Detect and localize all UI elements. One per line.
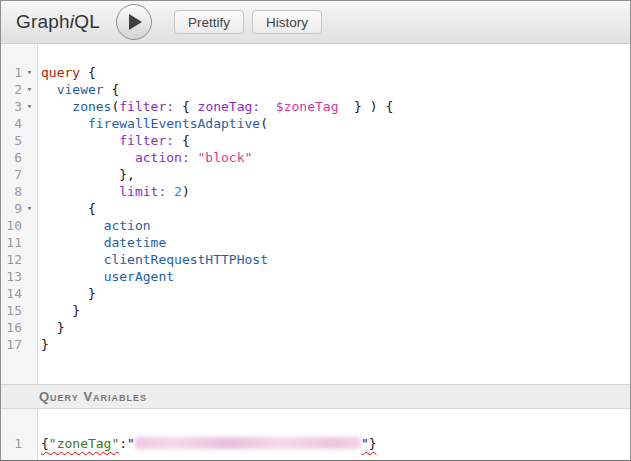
fold-spacer	[22, 149, 37, 166]
query-variables-header[interactable]: Query Variables	[1, 384, 630, 409]
fold-spacer	[22, 183, 37, 200]
code-text: datetime	[37, 234, 166, 251]
token-attr: action:	[135, 150, 190, 165]
token-prop: viewer	[57, 82, 104, 97]
fold-spacer	[22, 319, 37, 336]
token-pun: {	[174, 133, 190, 148]
code-line[interactable]: 10 action	[1, 217, 630, 234]
token-pun: {	[41, 436, 49, 451]
token-pun	[190, 150, 198, 165]
code-text: {	[37, 200, 96, 217]
code-line[interactable]: 1▾query {	[1, 64, 630, 81]
code-text: userAgent	[37, 268, 174, 285]
token-prop: action	[104, 218, 151, 233]
code-line[interactable]: 14 }	[1, 285, 630, 302]
fold-spacer	[22, 302, 37, 319]
token-num: 2	[174, 184, 182, 199]
query-variables-title: Query Variables	[39, 389, 147, 404]
code-line[interactable]: 15 }	[1, 302, 630, 319]
line-number: 10	[1, 217, 22, 234]
code-line[interactable]: 4 firewallEventsAdaptive(	[1, 115, 630, 132]
line-number: 16	[1, 319, 22, 336]
line-number: 12	[1, 251, 22, 268]
toolbar: GraphiQL Prettify History	[1, 1, 630, 44]
token-pun	[260, 99, 276, 114]
line-number: 13	[1, 268, 22, 285]
line-number: 9	[1, 200, 22, 217]
token-prop: clientRequestHTTPHost	[104, 252, 268, 267]
line-number: 7	[1, 166, 22, 183]
prettify-button[interactable]: Prettify	[174, 10, 244, 34]
code-lines: 1▾query {2▾ viewer {3▾ zones(filter: { z…	[1, 44, 630, 353]
token-pun	[41, 99, 72, 114]
line-number: 15	[1, 302, 22, 319]
code-line[interactable]: 2▾ viewer {	[1, 81, 630, 98]
graphiql-logo: GraphiQL	[16, 11, 100, 33]
token-pun: {	[104, 82, 120, 97]
token-pun: }	[41, 286, 96, 301]
execute-query-button[interactable]	[116, 4, 152, 40]
token-prop: userAgent	[104, 269, 174, 284]
fold-spacer	[22, 166, 37, 183]
code-text: },	[37, 166, 135, 183]
token-prop: datetime	[104, 235, 167, 250]
token-pun	[166, 184, 174, 199]
token-prop: firewallEventsAdaptive	[88, 116, 260, 131]
token-pun	[41, 218, 104, 233]
token-pun: },	[41, 167, 135, 182]
code-line[interactable]: 3▾ zones(filter: { zoneTag: $zoneTag } )…	[1, 98, 630, 115]
token-pun	[41, 133, 119, 148]
token-pun: }	[41, 320, 64, 335]
token-pun	[41, 252, 104, 267]
code-text: zones(filter: { zoneTag: $zoneTag } ) {	[37, 98, 393, 115]
fold-arrow-icon[interactable]: ▾	[22, 81, 37, 98]
history-button[interactable]: History	[252, 10, 322, 34]
fold-arrow-icon[interactable]: ▾	[22, 200, 37, 217]
fold-spacer	[22, 285, 37, 302]
code-text: clientRequestHTTPHost	[37, 251, 268, 268]
logo-text-graph: Graph	[16, 11, 70, 32]
code-line[interactable]: 13 userAgent	[1, 268, 630, 285]
token-attr: zoneTag:	[198, 99, 261, 114]
code-line[interactable]: 16 }	[1, 319, 630, 336]
code-text: action	[37, 217, 151, 234]
fold-arrow-icon[interactable]: ▾	[22, 98, 37, 115]
line-number: 3	[1, 98, 22, 115]
token-kw: query	[41, 65, 80, 80]
token-pun	[41, 116, 88, 131]
line-number: 1	[1, 64, 22, 81]
code-line[interactable]: 12 clientRequestHTTPHost	[1, 251, 630, 268]
token-pun: } ) {	[338, 99, 393, 114]
fold-spacer	[22, 268, 37, 285]
logo-text-ql: QL	[74, 11, 100, 32]
code-text: }	[37, 302, 80, 319]
line-number: 11	[1, 234, 22, 251]
code-line[interactable]: 8 limit: 2)	[1, 183, 630, 200]
token-attr: filter:	[119, 99, 174, 114]
token-pun	[41, 184, 119, 199]
code-line[interactable]: 17}	[1, 336, 630, 353]
graphiql-window: GraphiQL Prettify History 1▾query {2▾ vi…	[0, 0, 631, 461]
code-line[interactable]: 6 action: "block"	[1, 149, 630, 166]
fold-spacer	[22, 132, 37, 149]
line-number: 8	[1, 183, 22, 200]
code-line[interactable]: 11 datetime	[1, 234, 630, 251]
code-text: firewallEventsAdaptive(	[37, 115, 268, 132]
variables-line[interactable]: 1{"zoneTag":""}	[1, 435, 630, 452]
fold-spacer	[22, 234, 37, 251]
query-variables-editor[interactable]: 1{"zoneTag":""}	[1, 409, 630, 460]
line-number: 6	[1, 149, 22, 166]
token-attr: limit:	[119, 184, 166, 199]
fold-spacer	[22, 115, 37, 132]
line-number: 17	[1, 336, 22, 353]
line-number: 5	[1, 132, 22, 149]
line-number: 14	[1, 285, 22, 302]
code-line[interactable]: 7 },	[1, 166, 630, 183]
query-editor[interactable]: 1▾query {2▾ viewer {3▾ zones(filter: { z…	[1, 44, 630, 384]
token-key: "zoneTag"	[49, 436, 119, 451]
play-icon	[129, 14, 142, 30]
code-line[interactable]: 9▾ {	[1, 200, 630, 217]
token-pun	[41, 82, 57, 97]
code-line[interactable]: 5 filter: {	[1, 132, 630, 149]
fold-arrow-icon[interactable]: ▾	[22, 64, 37, 81]
